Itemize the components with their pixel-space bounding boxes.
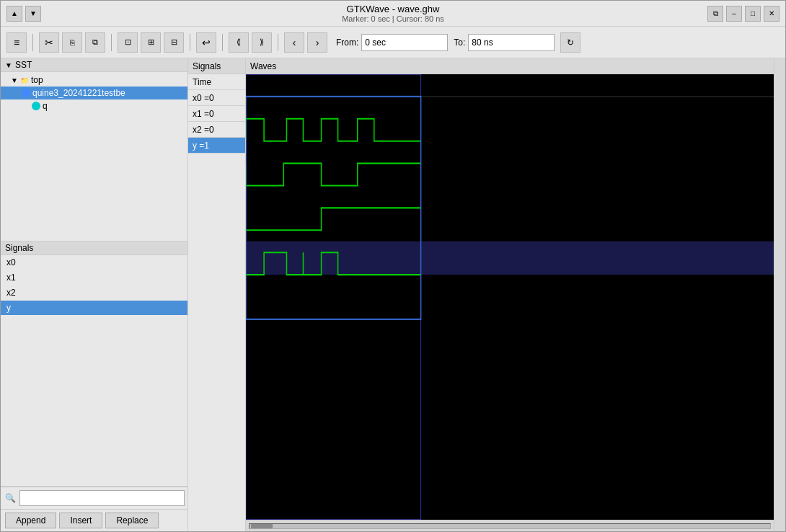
toolbar-sep-1	[32, 34, 33, 51]
paste-btn[interactable]: ⧉	[85, 32, 105, 53]
refresh-btn[interactable]: ↻	[560, 32, 580, 53]
maximize-btn[interactable]: □	[745, 6, 761, 22]
window-subtitle: Marker: 0 sec | Cursor: 80 ns	[342, 14, 444, 23]
sst-tree: ▼ 📁 top quine3_20241221testbe q	[1, 72, 187, 114]
restore-btn[interactable]: ⧉	[707, 6, 723, 22]
waveform-svg	[246, 74, 774, 520]
scrollbar-track	[249, 523, 771, 529]
signal-item-x1[interactable]: x1	[1, 270, 187, 285]
tree-item-q[interactable]: q	[1, 99, 187, 112]
to-input[interactable]	[468, 34, 555, 51]
waves-container: Waves	[246, 58, 774, 531]
waves-canvas[interactable]	[246, 74, 774, 520]
titlebar-down-btn[interactable]: ▼	[25, 6, 41, 22]
append-button[interactable]: Append	[5, 513, 56, 528]
tree-item-quine3[interactable]: quine3_20241221testbe	[1, 87, 187, 99]
signal-name-x1: x1 =0	[188, 106, 245, 122]
zoom-sel-btn[interactable]: ⊟	[164, 32, 184, 53]
sst-label: SST	[15, 60, 32, 70]
expand-top-icon: ▼	[11, 76, 18, 84]
select-all-btn[interactable]: ⊡	[118, 32, 138, 53]
signal-name-x0: x0 =0	[188, 90, 245, 106]
titlebar-right-controls: ⧉ – □ ✕	[707, 6, 780, 22]
signal-names-col: Signals Time x0 =0 x1 =0 x2 =0 y =1	[188, 58, 246, 531]
sst-header: ▼ SST	[1, 58, 187, 72]
search-bar: 🔍	[1, 487, 187, 509]
next-btn[interactable]: ›	[307, 32, 327, 53]
last-btn[interactable]: ⟫	[252, 32, 272, 53]
horizontal-scrollbar[interactable]	[246, 520, 774, 531]
scrollbar-thumb[interactable]	[251, 524, 273, 528]
insert-button[interactable]: Insert	[59, 513, 102, 528]
signals-header: Signals	[1, 241, 187, 255]
module-cyan-icon	[31, 101, 41, 111]
titlebar-left-controls: ▲ ▼	[6, 6, 41, 22]
right-panel: Signals Time x0 =0 x1 =0 x2 =0 y =1 Wave…	[188, 58, 785, 531]
undo-btn[interactable]: ↩	[196, 32, 216, 53]
signals-section: Signals x0 x1 x2 y	[1, 241, 187, 487]
tree-label-q: q	[43, 101, 48, 111]
signal-wave-area: Signals Time x0 =0 x1 =0 x2 =0 y =1 Wave…	[188, 58, 785, 531]
signal-name-x2: x2 =0	[188, 122, 245, 138]
to-label: To:	[454, 37, 465, 48]
bottom-buttons: Append Insert Replace	[1, 509, 187, 531]
tree-label-quine3: quine3_20241221testbe	[32, 88, 125, 98]
signal-item-x0[interactable]: x0	[1, 255, 187, 270]
prev-btn[interactable]: ‹	[284, 32, 304, 53]
from-input[interactable]	[361, 34, 448, 51]
signal-name-y: y =1	[188, 138, 245, 154]
search-input[interactable]	[19, 490, 185, 506]
sst-section: ▼ SST ▼ 📁 top quine3_20241221testbe	[1, 58, 187, 241]
titlebar: ▲ ▼ GTKWave - wave.ghw Marker: 0 sec | C…	[1, 1, 785, 27]
sst-expand-icon: ▼	[5, 61, 12, 69]
main-window: ▲ ▼ GTKWave - wave.ghw Marker: 0 sec | C…	[0, 0, 786, 532]
tree-label-top: top	[31, 75, 43, 85]
cut-btn[interactable]: ✂	[39, 32, 59, 53]
left-panel: ▼ SST ▼ 📁 top quine3_20241221testbe	[1, 58, 188, 531]
zoom-fit-btn[interactable]: ⊞	[141, 32, 161, 53]
signals-list: x0 x1 x2 y	[1, 255, 187, 486]
titlebar-title-group: GTKWave - wave.ghw Marker: 0 sec | Curso…	[342, 4, 444, 23]
signals-col-header: Signals	[188, 58, 245, 74]
vertical-scrollbar[interactable]	[774, 58, 785, 531]
first-btn[interactable]: ⟪	[229, 32, 249, 53]
folder-icon: 📁	[19, 75, 30, 85]
copy-btn[interactable]: ⎘	[62, 32, 82, 53]
minimize-btn[interactable]: –	[726, 6, 742, 22]
svg-rect-0	[246, 74, 774, 520]
replace-button[interactable]: Replace	[105, 513, 159, 528]
menu-btn[interactable]: ≡	[6, 32, 27, 53]
search-icon: 🔍	[4, 492, 17, 505]
waves-header: Waves	[246, 58, 774, 74]
toolbar-sep-3	[190, 34, 190, 51]
signal-item-y[interactable]: y	[1, 301, 187, 316]
from-label: From:	[336, 37, 358, 48]
toolbar-sep-5	[278, 34, 278, 51]
main-content: ▼ SST ▼ 📁 top quine3_20241221testbe	[1, 58, 785, 531]
toolbar: ≡ ✂ ⎘ ⧉ ⊡ ⊞ ⊟ ↩ ⟪ ⟫ ‹ › From: To: ↻	[1, 27, 785, 58]
tree-item-top[interactable]: ▼ 📁 top	[1, 74, 187, 87]
svg-rect-3	[246, 241, 774, 275]
toolbar-sep-4	[222, 34, 223, 51]
module-blue-icon	[21, 88, 31, 98]
window-title: GTKWave - wave.ghw	[342, 4, 444, 14]
close-btn[interactable]: ✕	[764, 6, 780, 22]
signal-item-x2[interactable]: x2	[1, 285, 187, 301]
toolbar-sep-2	[111, 34, 112, 51]
titlebar-up-btn[interactable]: ▲	[6, 6, 22, 22]
signal-name-time: Time	[188, 74, 245, 90]
